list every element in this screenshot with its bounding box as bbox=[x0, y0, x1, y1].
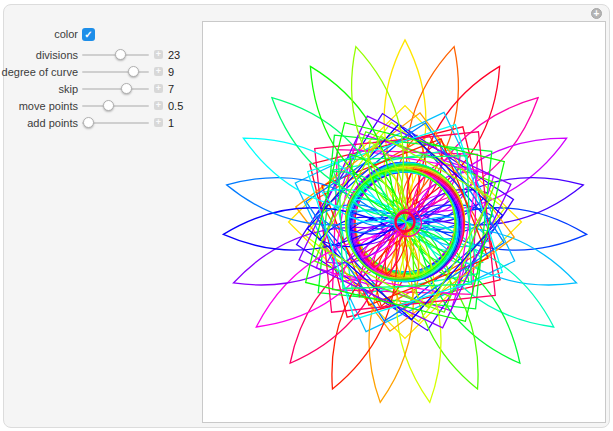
slider-label: degree of curve bbox=[0, 66, 78, 78]
slider-track[interactable] bbox=[82, 117, 149, 128]
slider-thumb[interactable] bbox=[128, 66, 139, 77]
slider-value: 9 bbox=[168, 66, 174, 78]
checkbox-label: color bbox=[0, 28, 78, 40]
slider-label: move points bbox=[0, 100, 78, 112]
slider-label: skip bbox=[0, 83, 78, 95]
slider-row: divisions + 23 bbox=[0, 46, 200, 63]
slider-track[interactable] bbox=[82, 83, 149, 94]
slider-track[interactable] bbox=[82, 49, 149, 60]
slider-thumb[interactable] bbox=[83, 117, 94, 128]
slider-track[interactable] bbox=[82, 100, 149, 111]
slider-value: 23 bbox=[168, 49, 180, 61]
slider-row: degree of curve + 9 bbox=[0, 63, 200, 80]
color-checkbox[interactable]: ✓ bbox=[82, 28, 95, 41]
slider-thumb[interactable] bbox=[103, 100, 114, 111]
spirograph-flower-graphic bbox=[203, 22, 605, 422]
slider-thumb[interactable] bbox=[115, 49, 126, 60]
slider-stepper-plus-icon[interactable]: + bbox=[154, 67, 163, 76]
slider-value: 0.5 bbox=[168, 100, 183, 112]
slider-row: move points + 0.5 bbox=[0, 97, 200, 114]
slider-row: add points + 1 bbox=[0, 114, 200, 131]
slider-row: skip + 7 bbox=[0, 80, 200, 97]
slider-label: divisions bbox=[0, 49, 78, 61]
slider-track[interactable] bbox=[82, 66, 149, 77]
slider-value: 7 bbox=[168, 83, 174, 95]
slider-stepper-plus-icon[interactable]: + bbox=[154, 50, 163, 59]
slider-label: add points bbox=[0, 117, 78, 129]
slider-value: 1 bbox=[168, 117, 174, 129]
slider-stepper-plus-icon[interactable]: + bbox=[154, 118, 163, 127]
slider-rows: divisions + 23 degree of curve + 9 skip … bbox=[0, 46, 200, 131]
slider-thumb[interactable] bbox=[121, 83, 132, 94]
slider-stepper-plus-icon[interactable]: + bbox=[154, 84, 163, 93]
frame-plus-icon[interactable]: + bbox=[591, 8, 602, 19]
slider-stepper-plus-icon[interactable]: + bbox=[154, 101, 163, 110]
color-row: color ✓ bbox=[0, 26, 200, 42]
controls-panel: color ✓ divisions + 23 degree of curve +… bbox=[0, 26, 200, 131]
graphic-panel[interactable] bbox=[202, 21, 606, 423]
